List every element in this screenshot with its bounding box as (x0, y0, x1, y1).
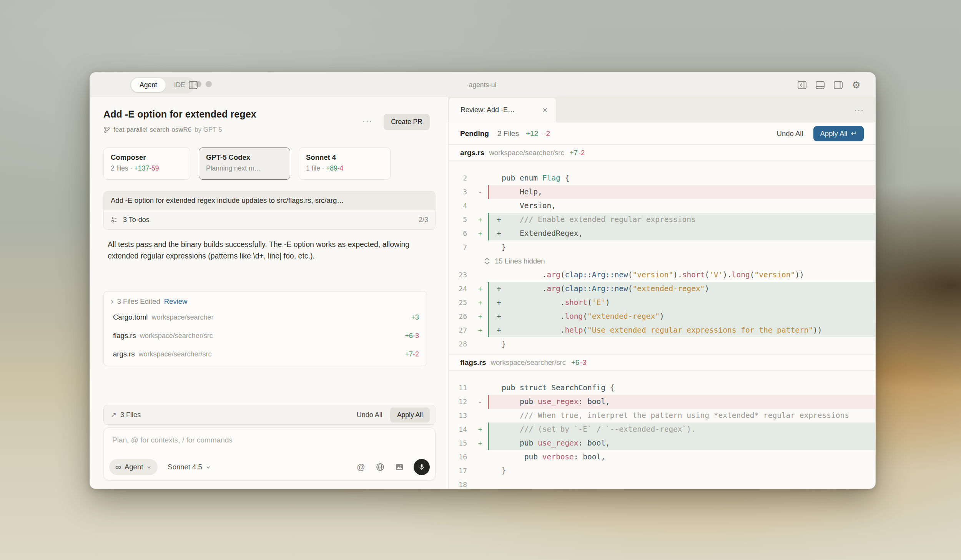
sidebar-toggle-icon[interactable] (188, 80, 198, 90)
diff-line: 24++ .arg(clap::Arg::new("extended-regex… (449, 282, 875, 296)
diff-line: 7} (449, 240, 875, 254)
review-undo-all-button[interactable]: Undo All (771, 126, 810, 141)
review-panel: Review: Add -E… × ··· Pending 2 Files +1… (448, 97, 875, 489)
globe-icon[interactable] (375, 462, 385, 472)
line-code: pub enum Flag { (488, 171, 875, 185)
line-number: 15 (449, 436, 472, 450)
diff-file-header[interactable]: args.rsworkspace/searcher/src+7-2 (449, 145, 875, 161)
diff-line: 11pub struct SearchConfig { (449, 381, 875, 395)
line-code: + .help("Use extended regular expression… (488, 323, 875, 337)
gutter-marker: - (472, 185, 488, 199)
image-attach-icon[interactable] (394, 462, 404, 472)
gutter-marker: + (472, 227, 488, 240)
gutter-marker: + (472, 213, 488, 227)
code-token: ( (628, 284, 633, 293)
right-panel-icon[interactable] (833, 80, 843, 90)
diff-line: 16 pub verbose: bool, (449, 450, 875, 464)
line-number: 4 (449, 199, 472, 213)
files-edited-header[interactable]: › 3 Files Edited Review (104, 292, 427, 308)
code-token: use_regex (538, 397, 579, 406)
agent-card-sonnet4[interactable]: Sonnet 4 1 file+89-4 (299, 147, 391, 180)
gutter-marker: + (472, 310, 488, 323)
settings-gear-icon[interactable]: ⚙ (851, 80, 861, 90)
bottom-panel-icon[interactable] (815, 80, 825, 90)
undo-all-button[interactable]: Undo All (351, 408, 388, 422)
thread-menu-button[interactable]: ··· (359, 114, 376, 128)
review-menu-button[interactable]: ··· (851, 103, 867, 117)
branch-name: feat-parallel-search-oswR6 (113, 126, 191, 134)
code-token: use_regex (538, 439, 579, 447)
inline-add-marker: + (497, 282, 501, 296)
file-row-args-rs[interactable]: args.rs workspace/searcher/src +7-2 (104, 345, 427, 363)
code-token: } (502, 466, 506, 475)
line-code: Version, (488, 199, 875, 213)
files-edited-label: 3 Files Edited (117, 297, 160, 306)
diff-removed-count: -3 (580, 358, 586, 367)
diff-file-header[interactable]: flags.rsworkspace/searcher/src+6-3 (449, 355, 875, 371)
code-token: ) (605, 298, 610, 307)
mention-at-icon[interactable]: @ (356, 462, 366, 472)
collapse-panel-icon[interactable] (797, 80, 807, 90)
diff-line: 14+ /// (set by `-E` / `--extended-regex… (449, 422, 875, 436)
agent-mode-dropdown[interactable]: ∞ Agent (109, 459, 158, 475)
code-token: /// Enable extended regular expressions (502, 215, 696, 224)
line-number: 11 (449, 381, 472, 395)
line-number: 28 (449, 337, 472, 351)
line-code: pub use_regex: bool, (488, 395, 875, 409)
create-pr-button[interactable]: Create PR (384, 114, 430, 130)
composer-input[interactable] (112, 434, 381, 446)
diff-sections: args.rsworkspace/searcher/src+7-22pub en… (449, 145, 875, 489)
todos-row[interactable]: 3 To-dos 2/3 (104, 210, 435, 229)
diff-line: 6++ ExtendedRegex, (449, 227, 875, 240)
code-token: . (502, 326, 565, 335)
thread-title: Add -E option for extended regex (103, 109, 256, 120)
line-code: /// (set by `-E` / `--extended-regex`). (488, 422, 875, 436)
code-token: )) (795, 270, 804, 279)
file-row-cargo-toml[interactable]: Cargo.toml workspace/searcher +3 (104, 308, 427, 326)
line-number: 24 (449, 282, 472, 296)
code-block: 11pub struct SearchConfig {12- pub use_r… (449, 371, 875, 489)
file-name: Cargo.toml (113, 313, 148, 321)
inline-add-marker: + (497, 310, 501, 323)
code-token: Version, (502, 201, 556, 210)
agent-card-gpt5-codex[interactable]: GPT-5 Codex Planning next m… (199, 147, 290, 180)
apply-all-button[interactable]: Apply All (390, 408, 430, 422)
tab-agent[interactable]: Agent (131, 78, 166, 92)
close-tab-button[interactable]: × (541, 105, 549, 115)
file-row-flags-rs[interactable]: flags.rs workspace/searcher/src +6-3 (104, 326, 427, 345)
review-tab[interactable]: Review: Add -E… × (449, 97, 556, 123)
line-number: 3 (449, 185, 472, 199)
hidden-lines-label: 15 Lines hidden (495, 257, 545, 265)
agent-files: 2 files (111, 164, 128, 172)
code-token: pub (520, 439, 538, 447)
chevron-down-icon (146, 465, 151, 470)
line-code: + .short('E') (488, 296, 875, 310)
removed-count: -2 (413, 350, 419, 358)
gutter-marker (472, 268, 488, 282)
code-token: pub (524, 452, 542, 461)
gutter-marker (472, 337, 488, 351)
code-token: ( (628, 270, 633, 279)
review-link[interactable]: Review (164, 297, 188, 306)
microphone-button[interactable] (414, 459, 430, 475)
code-token: . (502, 270, 547, 279)
chevron-down-icon (206, 465, 211, 470)
diff-file-path: workspace/searcher/src (491, 358, 566, 367)
hidden-lines-row[interactable]: 15 Lines hidden (449, 254, 875, 268)
dot-separator (323, 168, 324, 169)
added-count: +89 (326, 164, 338, 172)
code-token: ) (705, 284, 709, 293)
model-dropdown[interactable]: Sonnet 4.5 (165, 459, 213, 475)
agent-card-composer[interactable]: Composer 2 files+137-59 (103, 147, 190, 180)
traffic-light-zoom[interactable] (206, 81, 212, 87)
diff-line: 4 Version, (449, 199, 875, 213)
inline-add-marker: + (497, 227, 501, 240)
diff-line: 15+ pub use_regex: bool, (449, 436, 875, 450)
review-apply-all-button[interactable]: Apply All ↵ (813, 126, 864, 141)
review-added-count: +12 (526, 129, 538, 138)
return-key-icon: ↵ (851, 129, 857, 138)
gutter-marker (472, 464, 488, 478)
review-tab-title: Review: Add -E… (461, 106, 541, 114)
agent-mode-label: Agent (125, 463, 143, 471)
code-token: . (502, 312, 565, 321)
